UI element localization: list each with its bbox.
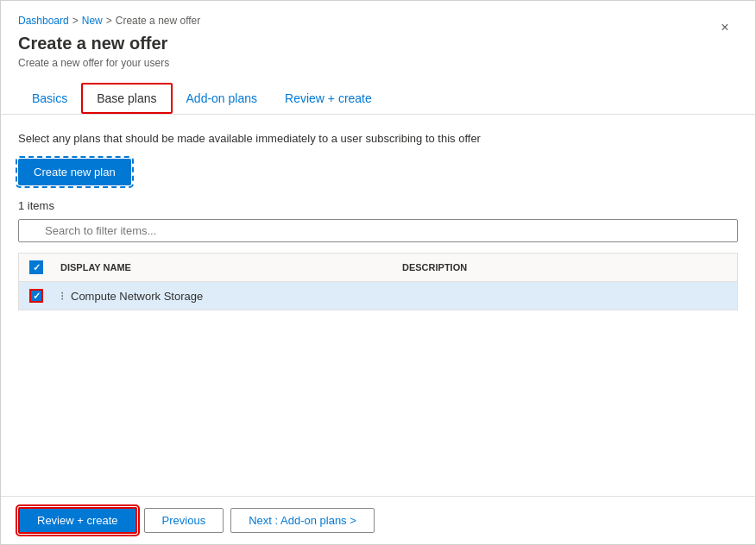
search-container: 🔍 — [18, 219, 738, 242]
search-input[interactable] — [18, 219, 738, 242]
panel-footer: Review + create Previous Next : Add-on p… — [1, 496, 755, 544]
breadcrumb-dashboard[interactable]: Dashboard — [18, 15, 69, 27]
col-description: DESCRIPTION — [395, 262, 737, 272]
row-name-cell: ⁝ Compute Network Storage — [54, 289, 395, 303]
row-checkbox[interactable] — [29, 289, 43, 303]
row-name: Compute Network Storage — [71, 290, 203, 303]
create-new-plan-button[interactable]: Create new plan — [18, 159, 131, 185]
main-panel: Dashboard > New > Create a new offer Cre… — [0, 0, 756, 545]
close-button[interactable]: × — [712, 15, 738, 41]
header-left: Dashboard > New > Create a new offer Cre… — [18, 15, 200, 79]
title-row: Dashboard > New > Create a new offer Cre… — [18, 15, 738, 79]
tab-base-plans[interactable]: Base plans — [81, 83, 172, 114]
panel-header: Dashboard > New > Create a new offer Cre… — [1, 1, 755, 115]
table-header: DISPLAY NAME DESCRIPTION — [19, 254, 737, 282]
breadcrumb-new[interactable]: New — [82, 15, 103, 27]
description-text: Select any plans that should be made ava… — [18, 132, 738, 145]
tab-bar: Basics Base plans Add-on plans Review + … — [18, 83, 738, 114]
panel-content: Select any plans that should be made ava… — [1, 115, 755, 496]
col-display-name: DISPLAY NAME — [54, 262, 395, 272]
tab-basics[interactable]: Basics — [18, 83, 81, 114]
row-checkbox-cell — [19, 289, 54, 303]
row-list-icon: ⁝ — [60, 289, 64, 303]
select-all-checkbox[interactable] — [29, 260, 43, 274]
items-table: DISPLAY NAME DESCRIPTION ⁝ Compute Netwo… — [18, 253, 738, 310]
page-subtitle: Create a new offer for your users — [18, 57, 200, 69]
next-button[interactable]: Next : Add-on plans > — [230, 508, 375, 533]
breadcrumb: Dashboard > New > Create a new offer — [18, 15, 200, 27]
tab-review-create[interactable]: Review + create — [271, 83, 386, 114]
items-count: 1 items — [18, 199, 738, 212]
sep1: > — [72, 15, 79, 27]
sep2: > — [106, 15, 112, 27]
review-create-button[interactable]: Review + create — [18, 507, 137, 534]
previous-button[interactable]: Previous — [144, 508, 224, 533]
page-title: Create a new offer — [18, 34, 200, 53]
table-row[interactable]: ⁝ Compute Network Storage — [19, 282, 737, 310]
header-checkbox-cell — [19, 260, 54, 274]
tab-add-on-plans[interactable]: Add-on plans — [173, 83, 272, 114]
breadcrumb-current: Create a new offer — [116, 15, 201, 27]
